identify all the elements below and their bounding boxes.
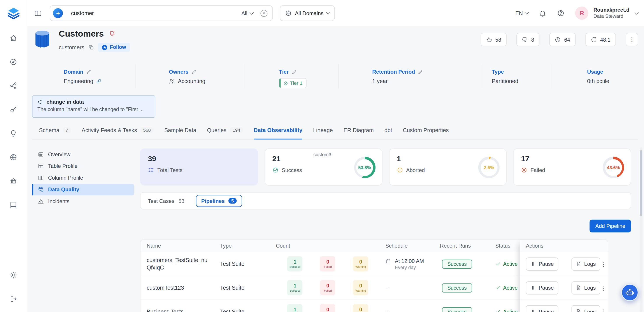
- row-more-menu[interactable]: ⋮: [600, 260, 606, 268]
- aborted-card: 1 Aborted 2.6%: [389, 148, 506, 186]
- retention-label: Retention Period: [372, 69, 415, 75]
- tab-custom-properties[interactable]: Custom Properties: [403, 126, 449, 139]
- app-logo-icon[interactable]: [6, 5, 20, 22]
- success-count-badge: 1Success: [287, 304, 302, 312]
- announcement-alarm-icon[interactable]: [109, 30, 115, 37]
- domain-value[interactable]: Engineering: [64, 78, 93, 84]
- search-scope-dropdown[interactable]: All: [241, 10, 253, 16]
- type-label: Type: [492, 69, 504, 75]
- tab-schema[interactable]: Schema7: [39, 126, 71, 139]
- edit-pencil-icon[interactable]: [418, 69, 423, 74]
- pipeline-name[interactable]: Business Tests: [140, 300, 214, 312]
- copy-icon[interactable]: [88, 45, 94, 50]
- entity-more-menu[interactable]: ⋮: [626, 33, 638, 46]
- pause-button[interactable]: Pause: [526, 257, 558, 270]
- subnav-data-quality[interactable]: Data Quality: [32, 184, 134, 195]
- announcement-body: The column "name" will be changed to "Fi…: [38, 106, 150, 112]
- pipeline-name[interactable]: customTest123: [140, 276, 214, 299]
- user-info[interactable]: Rounakpreet.d Data Steward: [594, 7, 629, 19]
- row-more-menu[interactable]: ⋮: [600, 284, 606, 291]
- recent-run-badge[interactable]: Success: [442, 283, 472, 292]
- file-icon: [576, 309, 581, 312]
- chat-bot-button[interactable]: [621, 284, 638, 301]
- search-input[interactable]: [71, 10, 241, 16]
- glossary-book-icon[interactable]: [10, 201, 17, 209]
- main-content: Customers customers ★ Follow 58 8: [27, 26, 644, 312]
- user-menu-chevron-icon[interactable]: [634, 11, 639, 15]
- edit-pencil-icon[interactable]: [292, 69, 296, 74]
- tab-er-diagram[interactable]: ER Diagram: [344, 126, 374, 139]
- edit-pencil-icon[interactable]: [86, 69, 91, 74]
- notifications-bell-icon[interactable]: [539, 10, 546, 17]
- tab-activity-feeds[interactable]: Activity Feeds & Tasks568: [82, 126, 154, 139]
- explore-compass-icon[interactable]: [10, 58, 17, 66]
- owners-value[interactable]: Accounting: [178, 78, 205, 84]
- recent-run-badge[interactable]: Success: [442, 259, 472, 268]
- follow-button[interactable]: ★ Follow: [98, 43, 130, 52]
- tab-count-badge: 194: [230, 127, 243, 133]
- help-icon[interactable]: [557, 10, 565, 17]
- user-avatar[interactable]: R: [575, 7, 588, 20]
- logout-icon[interactable]: [10, 295, 17, 303]
- subnav-table-profile[interactable]: Table Profile: [32, 160, 134, 172]
- pause-button[interactable]: Pause: [526, 281, 558, 294]
- check-circle-icon: [272, 167, 278, 173]
- subnav-column-profile[interactable]: Column Profile: [32, 172, 134, 184]
- announcement-card[interactable]: change in data The column "name" will be…: [32, 96, 155, 118]
- chevron-down-icon: [525, 11, 529, 15]
- entity-tabs: Schema7 Activity Feeds & Tasks568 Sample…: [32, 126, 638, 139]
- views-button[interactable]: 64: [550, 33, 576, 46]
- key-icon[interactable]: [10, 106, 17, 114]
- subnav-incidents[interactable]: Incidents: [32, 195, 134, 207]
- edit-pencil-icon[interactable]: [191, 69, 196, 74]
- sidebar-toggle-icon[interactable]: [34, 9, 42, 17]
- upvote-button[interactable]: 58: [480, 33, 506, 46]
- recent-run-badge[interactable]: Success: [442, 307, 472, 312]
- tab-data-observability[interactable]: Data Observability: [254, 126, 302, 139]
- row-more-menu[interactable]: ⋮: [600, 308, 606, 312]
- scrollbar-track[interactable]: [640, 147, 642, 312]
- tab-dbt[interactable]: dbt: [384, 126, 392, 139]
- tab-lineage[interactable]: Lineage: [313, 126, 333, 139]
- scrollbar-thumb[interactable]: [640, 150, 642, 216]
- col-recent-runs: Recent Runs: [434, 240, 489, 252]
- home-icon[interactable]: [10, 34, 17, 42]
- logs-button[interactable]: Logs: [571, 281, 600, 294]
- language-dropdown[interactable]: EN: [515, 10, 528, 16]
- usage-label: Usage: [587, 69, 603, 75]
- domains-globe-icon[interactable]: [10, 153, 17, 161]
- pause-icon: [530, 261, 536, 266]
- test-cases-count: 53: [178, 198, 184, 204]
- pipelines-tab[interactable]: Pipelines 5: [196, 195, 242, 207]
- insights-bulb-icon[interactable]: [10, 129, 17, 137]
- add-pipeline-button[interactable]: Add Pipeline: [590, 220, 631, 232]
- meta-domain: Domain Engineering: [32, 64, 136, 89]
- test-cases-tab[interactable]: Test Cases 53: [148, 198, 184, 204]
- global-search[interactable]: All ✕: [50, 5, 273, 21]
- check-icon: [495, 261, 500, 266]
- actions-pinned-column: Actions Pause Logs ⋮ Pause Logs ⋮: [520, 240, 608, 312]
- logs-button[interactable]: Logs: [571, 305, 600, 312]
- tab-sample-data[interactable]: Sample Data: [164, 126, 196, 139]
- search-clear-icon[interactable]: ✕: [260, 10, 268, 17]
- topbar-right: EN R Rounakpreet.d Data Steward: [515, 7, 638, 20]
- data-quality-icon: [38, 187, 44, 193]
- govern-bank-icon[interactable]: [10, 177, 17, 185]
- settings-gear-icon[interactable]: [10, 271, 17, 279]
- graph-nodes-icon[interactable]: [10, 82, 17, 90]
- count-badges: 1Success 0Failed 0Warning: [270, 252, 379, 276]
- subnav-overview[interactable]: Overview: [32, 148, 134, 160]
- domains-filter-button[interactable]: All Domains: [280, 5, 335, 21]
- page-title: Customers: [59, 29, 104, 39]
- freshness-button[interactable]: 48.1: [585, 33, 616, 46]
- logs-button[interactable]: Logs: [571, 257, 600, 270]
- downvote-button[interactable]: 8: [516, 33, 540, 46]
- status-label: Active: [503, 285, 518, 291]
- pause-button[interactable]: Pause: [526, 305, 558, 312]
- pipeline-name[interactable]: customers_TestSuite_nuQfxIqC: [140, 252, 214, 276]
- tab-queries[interactable]: Queries194: [207, 126, 243, 139]
- pause-icon: [530, 285, 536, 290]
- check-icon: [495, 285, 500, 290]
- tier-badge[interactable]: Tier 1: [279, 78, 306, 88]
- col-name: Name: [140, 240, 214, 252]
